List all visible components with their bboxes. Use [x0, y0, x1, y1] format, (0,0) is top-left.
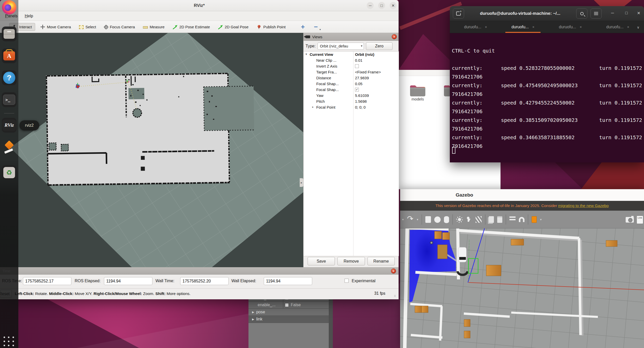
insert-cylinder-icon[interactable]: [444, 216, 449, 223]
property-value[interactable]: Orbit (rviz): [353, 51, 399, 57]
checkbox-unchecked[interactable]: [355, 64, 359, 68]
folder-item[interactable]: models: [407, 84, 429, 101]
checkbox-unchecked[interactable]: [285, 299, 289, 300]
tool-publish-point[interactable]: Publish Point: [254, 23, 289, 31]
dock-item-gazebo[interactable]: [2, 140, 17, 155]
close-button[interactable]: ✕: [390, 2, 397, 9]
property-value[interactable]: 0.01: [353, 57, 399, 63]
tree-row[interactable]: Pitch1.5698: [304, 98, 399, 104]
tree-row[interactable]: Focal Shap...0.05: [304, 81, 399, 87]
copy-icon[interactable]: [489, 216, 494, 223]
chevron-down-icon[interactable]: ▾: [402, 218, 404, 221]
zero-button[interactable]: Zero: [366, 42, 392, 50]
tool-focus-camera[interactable]: Focus Camera: [101, 23, 138, 30]
tree-row[interactable]: ▸Focal Point0; 0; 0: [304, 104, 399, 110]
gazebo-property-row[interactable]: enable_...False: [248, 302, 329, 309]
maximize-button[interactable]: □: [378, 2, 385, 9]
view-type-dropdown[interactable]: Orbit (rviz_defau: [318, 43, 364, 50]
expander-icon[interactable]: ▾: [306, 53, 307, 56]
edit-model-icon[interactable]: [532, 216, 537, 223]
property-value[interactable]: 0; 0; 0: [353, 104, 399, 110]
screenshot-icon[interactable]: [626, 217, 634, 223]
time-close-icon[interactable]: ×: [391, 268, 396, 274]
tab-list-chevron-icon[interactable]: ∨: [635, 24, 641, 31]
terminal-body[interactable]: CTRL-C to quit currently: speed 0.528327…: [450, 33, 644, 162]
insert-box-icon[interactable]: [425, 216, 431, 223]
terminal-titlebar[interactable]: duruofu@duruofu-virtual-machine: ~/... ─…: [450, 6, 644, 21]
gazebo-property-row[interactable]: ▶pose: [248, 309, 329, 316]
wall-elapsed-input[interactable]: [264, 277, 312, 285]
tool-2d-goal-pose[interactable]: 2D Goal Pose: [215, 23, 252, 31]
gazebo-3d-viewport[interactable]: [400, 228, 644, 348]
paste-icon[interactable]: [497, 216, 502, 223]
search-button[interactable]: [576, 8, 587, 19]
tool-select[interactable]: Select: [76, 23, 99, 30]
tab-close-icon[interactable]: ×: [627, 25, 629, 29]
terminal-close-button[interactable]: ✕: [637, 11, 640, 16]
dock-item-files[interactable]: [2, 27, 17, 41]
align-icon[interactable]: [509, 216, 516, 223]
minimize-button[interactable]: ─: [367, 2, 374, 9]
tab-close-icon[interactable]: ×: [485, 25, 487, 29]
ros-elapsed-input[interactable]: [104, 277, 152, 285]
views-panel-header[interactable]: Views ×: [304, 33, 399, 41]
tree-row[interactable]: Distance27.9839: [304, 75, 399, 81]
log-icon[interactable]: LOG: [637, 216, 643, 224]
remove-button[interactable]: Remove: [337, 257, 365, 265]
terminal-tab[interactable]: duruofu...×: [547, 21, 594, 33]
terminal-tab[interactable]: duruofu...×: [594, 21, 641, 33]
tool-2d-pose-estimate[interactable]: 2D Pose Estimate: [170, 23, 213, 31]
menu-button[interactable]: [590, 8, 602, 19]
property-value[interactable]: 1.5698: [353, 98, 399, 104]
point-light-icon[interactable]: [456, 216, 463, 223]
tool-measure[interactable]: Measure: [140, 23, 167, 30]
app-grid-button[interactable]: [4, 337, 15, 347]
property-value[interactable]: ✓: [353, 87, 399, 93]
new-tab-button[interactable]: [453, 8, 464, 19]
dock-item-firefox[interactable]: [2, 0, 17, 15]
gazebo-property-row[interactable]: ▶link: [248, 316, 329, 323]
dock-item-terminal[interactable]: >_: [2, 92, 17, 107]
tool-minus-icon[interactable]: [310, 23, 321, 31]
tab-close-icon[interactable]: ×: [580, 25, 582, 29]
scrollbar[interactable]: [329, 299, 333, 348]
tree-row[interactable]: Yaw5.61039: [304, 93, 399, 98]
tree-row[interactable]: Target Fra...<Fixed Frame>: [304, 69, 399, 75]
dock-item-rviz[interactable]: RViz: [2, 118, 17, 133]
terminal-minimize-button[interactable]: ─: [611, 11, 614, 15]
checkbox-checked[interactable]: ✓: [355, 88, 359, 92]
chevron-down-icon[interactable]: ▾: [540, 218, 542, 221]
dock-item-trash[interactable]: [2, 165, 17, 180]
expander-icon[interactable]: ▸: [312, 105, 314, 109]
rename-button[interactable]: Rename: [367, 257, 395, 265]
tree-row[interactable]: ▾Current ViewOrbit (rviz): [304, 51, 399, 57]
tree-row[interactable]: Focal Shap...✓: [304, 87, 399, 93]
save-button[interactable]: Save: [308, 257, 335, 265]
expander-icon[interactable]: ▶: [252, 311, 254, 314]
redo-icon[interactable]: ↷: [407, 214, 413, 223]
directional-light-icon[interactable]: [476, 216, 482, 223]
snap-icon[interactable]: [519, 217, 524, 222]
rviz-3d-viewport[interactable]: [0, 33, 303, 267]
panel-expand-handle[interactable]: ▸: [300, 178, 303, 187]
insert-sphere-icon[interactable]: [434, 216, 441, 223]
menu-help[interactable]: Help: [25, 14, 33, 18]
terminal-tab[interactable]: duruofu...×: [452, 21, 499, 33]
tool-move-camera[interactable]: Move Camera: [37, 23, 74, 31]
resize-grip[interactable]: ⠿: [394, 295, 398, 298]
tool-plus-icon[interactable]: [297, 23, 308, 31]
property-value[interactable]: <Fixed Frame>: [353, 69, 399, 75]
tree-row[interactable]: Near Clip ...0.01: [304, 57, 399, 63]
spot-light-icon[interactable]: [466, 216, 472, 223]
tree-row[interactable]: Invert Z Axis: [304, 63, 399, 69]
property-value[interactable]: [353, 63, 399, 69]
property-value[interactable]: 5.61039: [353, 93, 399, 98]
checkbox-unchecked[interactable]: [285, 303, 289, 307]
property-value[interactable]: 27.9839: [353, 75, 399, 81]
wall-time-input[interactable]: [180, 277, 229, 285]
terminal-tab-active[interactable]: duruofu...×: [499, 21, 547, 33]
terminal-maximize-button[interactable]: □: [625, 11, 628, 15]
views-close-icon[interactable]: ×: [392, 34, 397, 39]
time-panel-header[interactable]: Time ×: [0, 267, 399, 275]
expander-icon[interactable]: ▶: [252, 318, 254, 321]
